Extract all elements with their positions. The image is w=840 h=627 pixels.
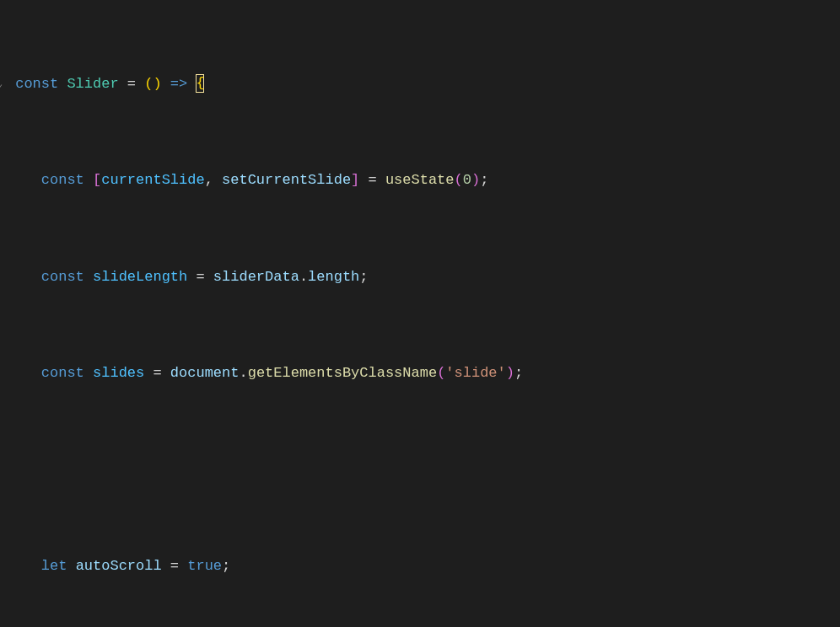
code-line[interactable]: let autoScroll = true; bbox=[7, 555, 840, 579]
cursor-bracket: { bbox=[196, 74, 204, 93]
code-editor[interactable]: ⌄ const Slider = () => { const [currentS… bbox=[0, 0, 840, 627]
code-line[interactable]: const slideLength = sliderData.length; bbox=[7, 265, 840, 290]
fold-chevron-icon[interactable]: ⌄ bbox=[0, 72, 3, 97]
code-line[interactable] bbox=[7, 458, 840, 482]
code-line[interactable]: const slides = document.getElementsByCla… bbox=[7, 362, 840, 386]
code-line[interactable]: ⌄ const Slider = () => { bbox=[7, 72, 840, 97]
code-line[interactable]: const [currentSlide, setCurrentSlide] = … bbox=[7, 169, 840, 193]
